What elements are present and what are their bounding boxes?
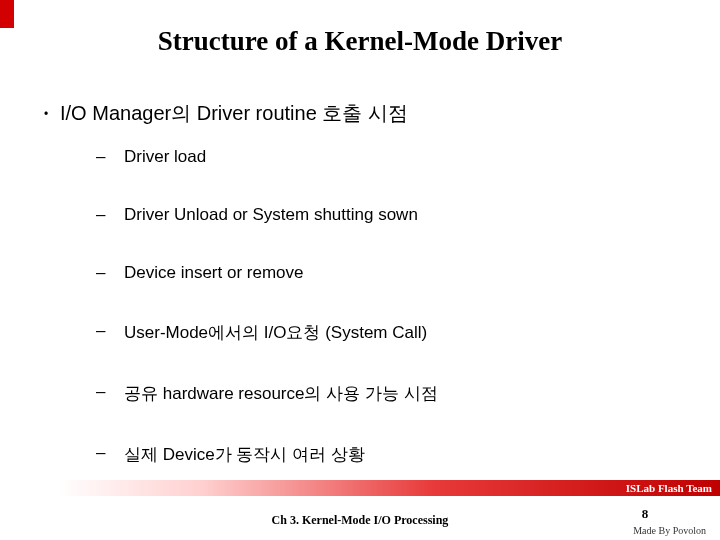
list-item: – 실제 Device가 동작시 여러 상황 — [96, 443, 680, 466]
slide-title: Structure of a Kernel-Mode Driver — [0, 26, 720, 57]
dash-marker: – — [96, 321, 124, 341]
list-item-text: Driver Unload or System shutting sown — [124, 205, 418, 225]
list-item-text: Device insert or remove — [124, 263, 304, 283]
bullet-level1: • I/O Manager의 Driver routine 호출 시점 — [32, 100, 680, 127]
list-item-text: User-Mode에서의 I/O요청 (System Call) — [124, 321, 427, 344]
list-item: – Driver load — [96, 147, 680, 167]
list-item-text: Driver load — [124, 147, 206, 167]
bullet-text: I/O Manager의 Driver routine 호출 시점 — [60, 100, 408, 127]
dash-marker: – — [96, 382, 124, 402]
dash-marker: – — [96, 147, 124, 167]
accent-bar — [0, 0, 14, 28]
list-item: – User-Mode에서의 I/O요청 (System Call) — [96, 321, 680, 344]
sublist: – Driver load – Driver Unload or System … — [96, 147, 680, 466]
footer-author: Made By Povolon — [633, 525, 706, 536]
dash-marker: – — [96, 443, 124, 463]
list-item: – Driver Unload or System shutting sown — [96, 205, 680, 225]
page-number: 8 — [600, 506, 690, 522]
list-item: – Device insert or remove — [96, 263, 680, 283]
slide: Structure of a Kernel-Mode Driver • I/O … — [0, 0, 720, 540]
content-area: • I/O Manager의 Driver routine 호출 시점 – Dr… — [32, 100, 680, 466]
list-item-text: 공유 hardware resource의 사용 가능 시점 — [124, 382, 438, 405]
dash-marker: – — [96, 205, 124, 225]
dash-marker: – — [96, 263, 124, 283]
list-item-text: 실제 Device가 동작시 여러 상황 — [124, 443, 365, 466]
footer-team-label: ISLab Flash Team — [626, 482, 712, 494]
bullet-marker: • — [32, 100, 60, 127]
footer-gradient-bar — [0, 480, 720, 496]
list-item: – 공유 hardware resource의 사용 가능 시점 — [96, 382, 680, 405]
